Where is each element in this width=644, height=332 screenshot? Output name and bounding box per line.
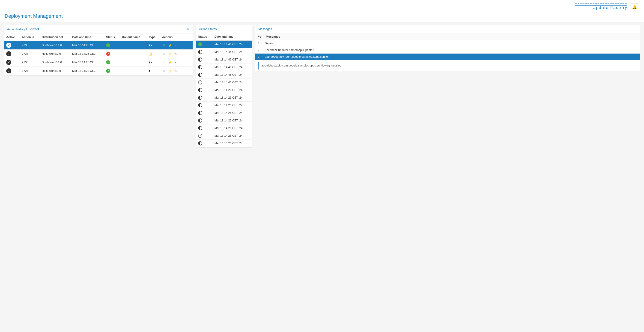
skip-icon: ⏭ <box>149 43 153 47</box>
cancel-action-button[interactable]: ✕ <box>162 43 166 48</box>
cell-actions: ✕ ⚡ ✕ <box>160 58 184 67</box>
cell-action-id: 9736 <box>20 58 40 67</box>
header: ───────────────────── Update Factory 🔔 <box>0 0 644 11</box>
action-states-title: Action States <box>199 27 217 31</box>
cancel-action-button[interactable]: ✕ <box>162 52 166 56</box>
action-state-row[interactable]: Mar 18 14:26 CET '24 <box>196 102 252 109</box>
message-row[interactable]: 3app-debug.apk (com.google.samples.apps.… <box>255 54 640 60</box>
as-cell-status: ✓ <box>196 132 212 140</box>
as-half-icon <box>198 50 202 54</box>
cell-date-time: Mar 18 14:25 CE... <box>70 58 104 67</box>
cell-menu <box>184 58 192 67</box>
action-history-title: Action history for CFS-3 <box>7 28 39 31</box>
as-half-icon <box>198 65 202 69</box>
cancel-action-button[interactable]: ✕ <box>162 69 166 73</box>
as-half-icon <box>198 88 202 92</box>
action-state-row[interactable]: Mar 18 14:46 CET '24 <box>196 64 252 71</box>
col-date-time: Date and time <box>70 34 104 41</box>
action-state-row[interactable]: ✓Mar 18 14:26 CET '24 <box>196 132 252 140</box>
cell-menu <box>184 50 192 58</box>
message-row[interactable]: 1Details: <box>255 40 640 47</box>
action-history-table: Active Action Id Distribution set Date a… <box>4 34 192 75</box>
cell-date-time: Mar 18 11:28 CE... <box>70 67 104 75</box>
action-history-row[interactable]: ✓9736Sunflower:0.1.6Mar 18 14:25 CE...✓⏭… <box>4 58 192 67</box>
col-active: Active <box>4 34 20 41</box>
message-text: Feedback updater named ApkUpdater <box>265 49 314 52</box>
active-check-icon: ✓ <box>6 51 11 56</box>
as-cell-date: Mar 18 14:26 CET '24 <box>212 102 252 109</box>
cell-type: ⏭ <box>147 67 160 75</box>
as-cell-date: Mar 18 14:46 CET '24 <box>212 79 252 86</box>
action-state-row[interactable]: Mar 18 14:46 CET '24 <box>196 48 252 56</box>
cell-distribution-set: Hello world:1.0 <box>40 50 70 58</box>
as-cell-date: Mar 18 14:46 CET '24 <box>212 64 252 71</box>
as-half-icon <box>198 126 202 130</box>
action-states-panel: Action States Status Date and time ✓Mar … <box>196 25 252 148</box>
action-history-row[interactable]: ✓9737Hello world:1.0Mar 18 14:26 CE...✕⚡… <box>4 50 192 58</box>
force-action-button[interactable]: ⚡ <box>167 69 173 73</box>
cell-status: ✓ <box>104 67 120 75</box>
cell-active: ✓ <box>4 50 20 58</box>
messages-panel: Messages ## Messages 1Details:2Feedback … <box>255 25 640 71</box>
action-states-table: Status Date and time ✓Mar 18 14:46 CET '… <box>196 33 252 147</box>
as-half-icon <box>198 118 202 123</box>
action-state-row[interactable]: Mar 18 14:26 CET '24 <box>196 109 252 117</box>
force-action-button[interactable]: ⚡ <box>167 52 173 56</box>
cell-status: ✕ <box>104 50 120 58</box>
action-history-row[interactable]: ✓9727Hello world:1.0Mar 18 11:28 CE...✓⏭… <box>4 67 192 75</box>
action-state-row[interactable]: Mar 18 14:26 CET '24 <box>196 86 252 94</box>
action-history-header-row: Active Action Id Distribution set Date a… <box>4 34 192 41</box>
delete-action-button[interactable]: ✕ <box>174 52 178 56</box>
col-rollout-name: Rollout name <box>120 34 147 41</box>
message-row[interactable]: 2Feedback updater named ApkUpdater <box>255 47 640 54</box>
as-cell-status <box>196 48 212 56</box>
cell-distribution-set: Sunflower:0.1.6 <box>40 41 70 50</box>
status-icon: ✕ <box>106 52 110 56</box>
action-state-row[interactable]: Mar 18 14:26 CET '24 <box>196 117 252 124</box>
col-type: Type <box>147 34 160 41</box>
delete-action-button[interactable]: ✕ <box>174 60 178 65</box>
active-check-icon: ✓ <box>6 68 11 73</box>
active-check-icon: ✓ <box>6 43 11 48</box>
action-state-row[interactable]: Mar 18 14:26 CET '24 <box>196 124 252 132</box>
action-history-title-text: Action history for <box>7 28 30 31</box>
as-half-icon <box>198 111 202 115</box>
force-action-button[interactable]: ⚡ <box>167 60 173 65</box>
cell-type: ⚡ <box>147 50 160 58</box>
as-cell-date: Mar 18 14:46 CET '24 <box>212 40 252 48</box>
as-cell-status <box>196 64 212 71</box>
cancel-action-button[interactable]: ✕ <box>162 60 166 65</box>
action-history-row[interactable]: ✓9738Sunflower:0.1.6Mar 18 14:26 CE...✓⏭… <box>4 41 192 50</box>
action-state-row[interactable]: ✓Mar 18 14:46 CET '24 <box>196 40 252 48</box>
as-col-date: Date and time <box>212 33 252 40</box>
cell-rollout-name <box>120 58 147 67</box>
cell-active: ✓ <box>4 41 20 50</box>
status-icon: ✓ <box>106 60 110 64</box>
delete-action-button[interactable]: ✕ <box>174 43 178 48</box>
force-action-button[interactable]: ⚡ <box>167 43 173 48</box>
action-state-row[interactable]: Mar 18 14:26 CET '24 <box>196 94 252 102</box>
cell-status: ✓ <box>104 58 120 67</box>
delete-action-button[interactable]: ✕ <box>174 69 178 73</box>
message-text: Details: <box>265 42 274 45</box>
skip-icon: ⏭ <box>149 69 153 73</box>
action-state-row[interactable]: Mar 18 14:46 CET '24 <box>196 56 252 64</box>
as-cell-status <box>196 94 212 102</box>
as-cell-date: Mar 18 14:46 CET '24 <box>212 48 252 56</box>
col-action-id: Action Id <box>20 34 40 41</box>
cell-distribution-set: Sunflower:0.1.6 <box>40 58 70 67</box>
message-num: 3 <box>258 55 262 58</box>
as-cell-status <box>196 124 212 132</box>
action-state-row[interactable]: Mar 18 14:26 CET '24 <box>196 140 252 147</box>
notifications-button[interactable]: 🔔 <box>630 3 640 11</box>
cell-date-time: Mar 18 14:26 CE... <box>70 50 104 58</box>
as-cell-date: Mar 18 14:26 CET '24 <box>212 132 252 140</box>
action-history-edit-icon[interactable]: ✏ <box>186 27 189 31</box>
action-state-row[interactable]: Mar 18 14:46 CET '24 <box>196 71 252 79</box>
messages-header: Messages <box>255 25 640 33</box>
header-right: ───────────────────── Update Factory 🔔 <box>575 2 640 11</box>
cell-menu <box>184 67 192 75</box>
action-state-row[interactable]: ✓Mar 18 14:46 CET '24 <box>196 79 252 86</box>
as-check-icon: ✓ <box>198 134 202 138</box>
msg-col-message: Messages <box>266 35 280 38</box>
